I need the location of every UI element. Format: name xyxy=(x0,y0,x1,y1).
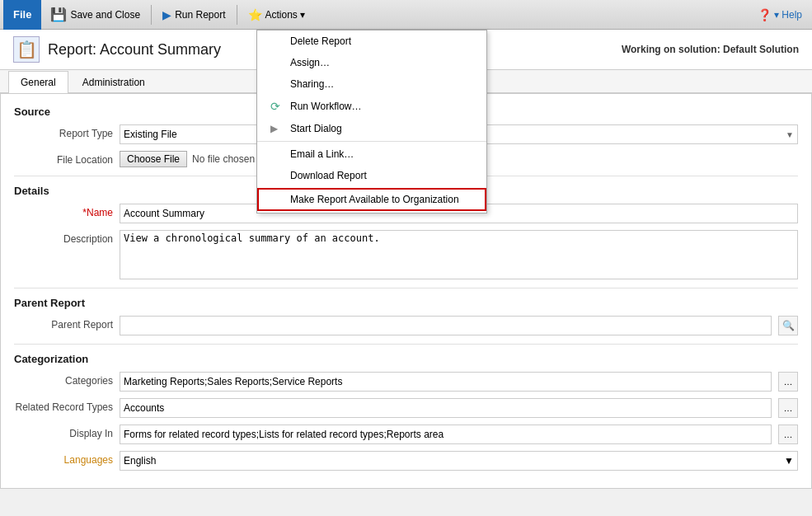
parent-report-lookup-button[interactable]: 🔍 xyxy=(778,316,798,335)
categories-input[interactable] xyxy=(120,372,772,392)
run-report-icon: ▶ xyxy=(162,8,171,21)
help-label: ▾ Help xyxy=(774,9,802,21)
languages-value: English xyxy=(124,455,156,467)
languages-select[interactable]: English ▼ xyxy=(120,451,798,471)
toolbar-sep-1 xyxy=(151,5,152,25)
ellipsis-icon-2: … xyxy=(784,403,793,413)
description-row: Description View a chronological summary… xyxy=(14,230,798,279)
working-on-label: Working on solution: Default Solution xyxy=(622,44,799,55)
tab-administration[interactable]: Administration xyxy=(70,71,157,93)
main-toolbar: File 💾 Save and Close ▶ Run Report ⭐ Act… xyxy=(0,0,812,30)
file-button[interactable]: File xyxy=(3,0,41,30)
languages-chevron: ▼ xyxy=(784,455,794,467)
name-label: *Name xyxy=(14,204,113,218)
save-close-button[interactable]: 💾 Save and Close xyxy=(43,3,148,26)
categories-ellipsis-button[interactable]: … xyxy=(778,372,798,392)
parent-report-section-header: Parent Report xyxy=(14,297,798,309)
categorization-section-header: Categorization xyxy=(14,353,798,365)
menu-sharing-label: Sharing… xyxy=(290,78,334,90)
menu-delete-label: Delete Report xyxy=(290,35,351,47)
menu-item-sharing[interactable]: Sharing… xyxy=(257,73,486,95)
description-textarea[interactable]: View a chronological summary of an accou… xyxy=(120,230,798,279)
parent-divider xyxy=(14,344,798,345)
related-record-types-ellipsis-button[interactable]: … xyxy=(778,398,798,418)
menu-assign-label: Assign… xyxy=(290,57,330,68)
run-report-button[interactable]: ▶ Run Report xyxy=(155,5,232,25)
menu-item-email-link[interactable]: Email a Link… xyxy=(257,143,486,165)
report-icon: 📋 xyxy=(13,36,40,63)
menu-item-assign[interactable]: Assign… xyxy=(257,52,486,73)
menu-start-dialog-label: Start Dialog xyxy=(290,123,342,134)
save-close-label: Save and Close xyxy=(70,9,140,21)
parent-report-row: Parent Report 🔍 xyxy=(14,316,798,335)
file-name-label: No file chosen xyxy=(192,153,255,165)
report-type-value: Existing File xyxy=(124,129,177,140)
page-title: Report: Account Summary xyxy=(48,41,221,59)
help-icon: ❓ xyxy=(758,8,772,21)
menu-item-delete-report[interactable]: Delete Report xyxy=(257,30,486,52)
ellipsis-icon-3: … xyxy=(784,429,793,439)
actions-button[interactable]: ⭐ Actions ▾ xyxy=(241,5,313,25)
save-icon: 💾 xyxy=(50,7,67,22)
related-record-types-row: Related Record Types … xyxy=(14,398,798,418)
display-in-input[interactable] xyxy=(120,425,772,444)
actions-icon: ⭐ xyxy=(248,8,262,21)
menu-start-dialog-icon: ▶ xyxy=(270,123,284,134)
run-report-label: Run Report xyxy=(175,9,225,21)
help-button[interactable]: ❓ ▾ Help xyxy=(751,6,809,24)
lookup-icon: 🔍 xyxy=(782,320,795,331)
display-in-ellipsis-button[interactable]: … xyxy=(778,425,798,444)
menu-email-link-label: Email a Link… xyxy=(290,148,354,160)
menu-run-workflow-icon: ⟳ xyxy=(270,100,284,113)
display-in-label: Display In xyxy=(14,425,113,439)
parent-report-label: Parent Report xyxy=(14,316,113,331)
categories-row: Categories … xyxy=(14,372,798,392)
choose-file-button[interactable]: Choose File xyxy=(120,151,187,167)
related-record-types-input[interactable] xyxy=(120,398,772,418)
menu-download-label: Download Report xyxy=(290,170,367,181)
details-divider xyxy=(14,288,798,288)
report-type-chevron: ▼ xyxy=(786,130,794,139)
menu-sep-1 xyxy=(257,141,486,142)
ellipsis-icon: … xyxy=(784,377,793,387)
menu-item-start-dialog[interactable]: ▶ Start Dialog xyxy=(257,118,486,139)
description-label: Description xyxy=(14,230,113,245)
actions-dropdown: Delete Report Assign… Sharing… ⟳ Run Wor… xyxy=(256,30,487,213)
menu-make-available-label: Make Report Available to Organization xyxy=(290,194,459,205)
menu-item-download-report[interactable]: Download Report xyxy=(257,165,486,186)
menu-run-workflow-label: Run Workflow… xyxy=(290,101,361,112)
languages-label: Languages xyxy=(14,451,113,466)
parent-report-input[interactable] xyxy=(120,316,772,335)
report-type-label: Report Type xyxy=(14,124,113,139)
languages-row: Languages English ▼ xyxy=(14,451,798,471)
related-record-types-label: Related Record Types xyxy=(14,398,113,413)
file-location-label: File Location xyxy=(14,151,113,166)
toolbar-sep-2 xyxy=(237,5,237,25)
display-in-row: Display In … xyxy=(14,425,798,444)
menu-item-make-available[interactable]: Make Report Available to Organization xyxy=(257,188,486,211)
title-area: 📋 Report: Account Summary xyxy=(13,36,221,63)
actions-label: Actions ▾ xyxy=(265,9,306,21)
tab-general[interactable]: General xyxy=(8,71,68,93)
menu-item-run-workflow[interactable]: ⟳ Run Workflow… xyxy=(257,95,486,118)
categories-label: Categories xyxy=(14,372,113,387)
